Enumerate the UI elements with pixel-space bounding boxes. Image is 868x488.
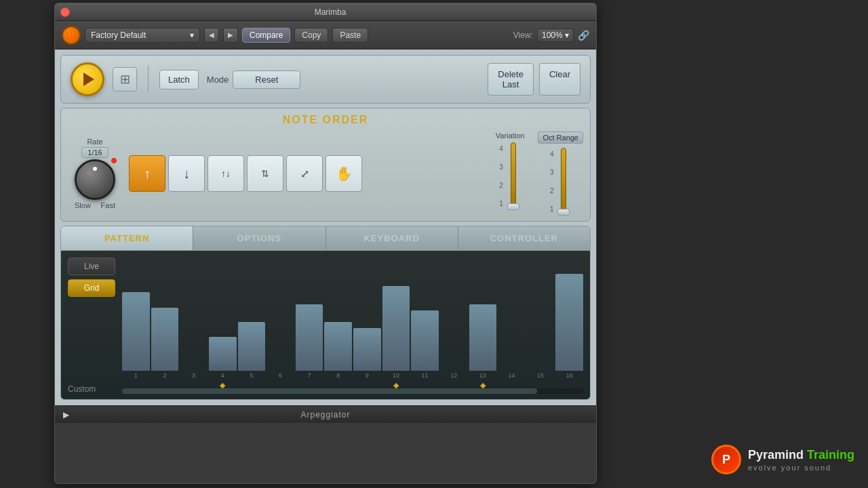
bar-col-15[interactable]: 15 xyxy=(527,258,555,379)
paste-button[interactable]: Paste xyxy=(332,28,368,43)
link-icon[interactable]: 🔗 xyxy=(578,30,589,41)
bar-col-5[interactable]: 5 xyxy=(238,258,266,379)
tab-options[interactable]: OPTIONS xyxy=(193,226,326,250)
bar-7[interactable] xyxy=(296,304,323,371)
bar-10[interactable] xyxy=(382,286,410,371)
top-section: ⊞ Latch Mode Reset DeleteLast Clear xyxy=(60,55,591,104)
clear-button[interactable]: Clear xyxy=(539,63,580,96)
variation-slider-group: Variation 4 3 2 1 xyxy=(496,131,525,210)
top-right-buttons: DeleteLast Clear xyxy=(488,63,580,96)
bar-num-4: 4 xyxy=(221,372,224,379)
power-button[interactable]: ⏻ xyxy=(62,26,81,45)
bar-col-1[interactable]: 1 xyxy=(122,258,150,379)
bar-num-16: 16 xyxy=(566,372,573,379)
bar-col-14[interactable]: 14 xyxy=(498,258,526,379)
variation-thumb[interactable] xyxy=(507,203,519,210)
bar-col-13[interactable]: 13 ◆ xyxy=(469,258,497,379)
note-btn-down[interactable]: ↓ xyxy=(168,155,205,192)
fast-label: Fast xyxy=(101,201,115,209)
bar-col-16[interactable]: 16 xyxy=(555,258,583,379)
note-order-section: NOTE ORDER Rate 1/16 Slow Fast xyxy=(60,108,591,222)
bar-num-12: 12 xyxy=(450,372,457,379)
note-btn-hold[interactable]: ✋ xyxy=(326,155,362,192)
custom-label[interactable]: Custom xyxy=(68,384,96,394)
bar-col-3[interactable]: 3 xyxy=(180,258,208,379)
prev-icon: ◀ xyxy=(209,31,214,39)
prev-button[interactable]: ◀ xyxy=(204,28,219,43)
bar-8[interactable] xyxy=(324,322,352,371)
bar-6[interactable] xyxy=(267,368,294,371)
next-icon: ▶ xyxy=(228,31,233,39)
bar-col-4[interactable]: 4 ◆ xyxy=(209,258,237,379)
oct-range-header[interactable]: Oct Range xyxy=(538,131,583,144)
window-title: Marimba xyxy=(70,7,591,17)
pattern-controls: Live Grid xyxy=(68,258,115,297)
next-button[interactable]: ▶ xyxy=(223,28,238,43)
bar-col-8[interactable]: 8 xyxy=(324,258,352,379)
bar-col-7[interactable]: 7 xyxy=(296,258,323,379)
oct-range-slider[interactable] xyxy=(556,148,571,216)
close-button[interactable] xyxy=(60,7,70,17)
bar-num-15: 15 xyxy=(537,372,544,379)
copy-button[interactable]: Copy xyxy=(294,28,328,43)
bar-2[interactable] xyxy=(151,308,179,371)
rate-knob-container xyxy=(75,159,115,200)
compare-button[interactable]: Compare xyxy=(242,28,290,43)
bars-area: 1 2 3 4 ◆ xyxy=(122,258,583,379)
grid-button[interactable]: Grid xyxy=(68,279,115,297)
bar-num-8: 8 xyxy=(336,372,340,379)
rate-knob[interactable] xyxy=(75,159,115,200)
note-btn-up[interactable]: ↑ xyxy=(129,155,165,192)
variation-slider[interactable] xyxy=(506,142,521,210)
view-label: View: xyxy=(513,30,533,40)
knob-red-dot xyxy=(111,158,117,163)
bar-1[interactable] xyxy=(122,292,150,371)
oct-range-thumb[interactable] xyxy=(557,209,570,216)
tab-pattern[interactable]: PATTERN xyxy=(61,226,193,250)
note-btn-up-down[interactable]: ↑↓ xyxy=(208,155,244,192)
view-dropdown[interactable]: 100% ▾ xyxy=(537,28,574,42)
note-btn-random-1[interactable]: ⇅ xyxy=(247,155,283,192)
bar-16[interactable] xyxy=(555,274,583,371)
preset-arrow: ▾ xyxy=(190,30,194,40)
bar-col-2[interactable]: 2 xyxy=(151,258,179,379)
delete-last-button[interactable]: DeleteLast xyxy=(488,63,534,96)
bar-num-10: 10 xyxy=(393,372,399,379)
transport-play[interactable]: ▶ xyxy=(63,410,69,420)
grid-button[interactable]: ⊞ xyxy=(113,67,137,92)
bar-9[interactable] xyxy=(353,328,381,371)
pyramind-name-part1: Pyramind xyxy=(748,448,804,462)
mode-container: Mode Reset xyxy=(207,70,301,89)
variation-slider-wrapper: 4 3 2 1 xyxy=(499,142,521,210)
bar-col-6[interactable]: 6 xyxy=(267,258,294,379)
pattern-scrollbar[interactable] xyxy=(122,388,583,394)
latch-button[interactable]: Latch xyxy=(159,70,199,89)
play-button[interactable] xyxy=(71,62,104,96)
bar-col-12[interactable]: 12 xyxy=(440,258,468,379)
bar-5[interactable] xyxy=(238,322,266,371)
note-buttons: ↑ ↓ ↑↓ ⇅ ⤢ ✋ xyxy=(129,155,362,192)
bar-num-3: 3 xyxy=(192,372,195,379)
bar-14[interactable] xyxy=(498,368,526,371)
bar-num-9: 9 xyxy=(366,372,369,379)
bar-col-9[interactable]: 9 xyxy=(353,258,381,379)
bar-col-10[interactable]: 10 ◆ xyxy=(382,258,410,379)
bar-3[interactable] xyxy=(180,368,208,371)
pattern-section: Live Grid 1 2 xyxy=(60,251,591,400)
bar-15[interactable] xyxy=(527,368,555,371)
tabs-section: PATTERN OPTIONS KEYBOARD CONTROLLER xyxy=(60,226,591,251)
bar-num-7: 7 xyxy=(308,372,311,379)
bar-12[interactable] xyxy=(440,368,468,371)
bar-13[interactable] xyxy=(469,304,497,371)
tab-controller[interactable]: CONTROLLER xyxy=(458,226,590,250)
bar-4[interactable] xyxy=(209,337,237,371)
play-icon xyxy=(83,73,94,86)
bar-11[interactable] xyxy=(411,310,439,371)
preset-dropdown[interactable]: Factory Default ▾ xyxy=(85,28,200,43)
bar-num-11: 11 xyxy=(422,372,429,379)
tab-keyboard[interactable]: KEYBOARD xyxy=(326,226,458,250)
live-button[interactable]: Live xyxy=(68,258,115,275)
note-btn-random-2[interactable]: ⤢ xyxy=(286,155,323,192)
mode-display[interactable]: Reset xyxy=(233,70,300,89)
bar-col-11[interactable]: 11 xyxy=(411,258,439,379)
